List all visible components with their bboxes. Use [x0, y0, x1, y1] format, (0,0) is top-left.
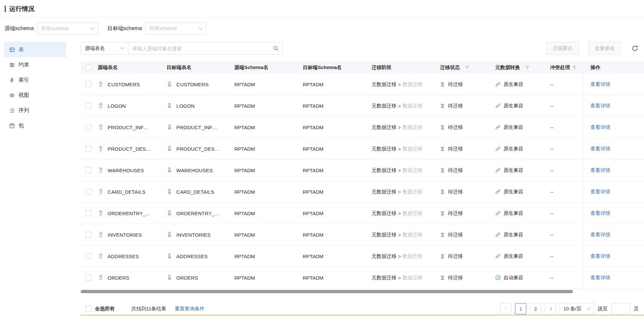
view-details-link[interactable]: 查看详情: [590, 232, 610, 238]
table-icon: [9, 47, 15, 53]
view-details-link[interactable]: 查看详情: [590, 81, 610, 88]
prev-page-button[interactable]: [500, 303, 511, 314]
link-icon: [495, 211, 501, 216]
view-details-link[interactable]: 查看详情: [590, 167, 610, 174]
row-checkbox[interactable]: [86, 167, 92, 173]
row-checkbox[interactable]: [86, 275, 92, 281]
source-table-name: PRODUCT_DES…: [108, 146, 151, 152]
schema-filter-row: 源端schema 所有schema 目标端schema 所有schema: [5, 22, 644, 35]
scrollbar-thumb[interactable]: [81, 290, 573, 293]
page-button-2[interactable]: 2: [530, 303, 541, 314]
batch-edit-button[interactable]: 批量修改: [588, 42, 621, 55]
sidebar-item-constraints[interactable]: 约束: [4, 57, 66, 72]
action-cell: 查看详情: [583, 74, 644, 95]
sidebar-item-tables[interactable]: 表: [4, 42, 66, 57]
chevron-down-icon: [198, 25, 203, 30]
sidebar-item-views[interactable]: 视图: [4, 88, 66, 103]
row-checkbox[interactable]: [86, 189, 92, 195]
metadata-cell: 原生兼容: [495, 103, 550, 109]
status-cell: 待迁移: [440, 253, 495, 259]
col-header-status: 迁移状态: [440, 64, 495, 71]
search-icon[interactable]: [273, 45, 279, 51]
source-schema-select[interactable]: 所有schema: [37, 22, 98, 35]
target-table-name: WAREHOUSES: [177, 168, 213, 173]
row-checkbox[interactable]: [86, 210, 92, 216]
view-details-link[interactable]: 查看详情: [590, 146, 610, 152]
hourglass-icon: [440, 189, 445, 194]
view-details-link[interactable]: 查看详情: [590, 103, 610, 109]
action-cell: 查看详情: [583, 181, 644, 202]
phase-next: 数据迁移: [403, 275, 423, 281]
table-body: ⇧ CUSTOMERS ⇩ CUSTOMERS RPTADM RPTADM 元数…: [81, 74, 644, 289]
phase-next: 数据迁移: [403, 189, 423, 195]
view-details-link[interactable]: 查看详情: [590, 253, 610, 259]
status-cell: 待迁移: [440, 146, 495, 152]
refresh-button[interactable]: [631, 44, 639, 52]
table-row: ⇧ ORDERENTRY_… ⇩ ORDERENTRY_… RPTADM RPT…: [81, 203, 644, 224]
page-button-1[interactable]: 1: [515, 303, 526, 314]
source-table-name: INVENTORIES: [108, 232, 142, 238]
page-size-select[interactable]: 10 条/页: [560, 303, 594, 314]
target-arrow-down-icon: ⇩: [167, 274, 173, 281]
conflict-cell: --: [550, 254, 583, 259]
phase-current: 元数据迁移: [372, 253, 396, 259]
row-checkbox[interactable]: [86, 81, 92, 87]
status-cell: 待迁移: [440, 81, 495, 88]
select-all-checkbox[interactable]: [86, 64, 92, 70]
phase-current: 元数据迁移: [372, 189, 396, 195]
sidebar-item-sequences[interactable]: 序列: [4, 103, 66, 118]
source-arrow-up-icon: ⇧: [98, 210, 104, 217]
link-icon: [495, 254, 501, 259]
phase-next: 数据迁移: [403, 253, 423, 259]
metadata-conversion: 原生兼容: [503, 103, 523, 109]
select-all-footer-checkbox[interactable]: [86, 306, 92, 312]
target-table-name: ADDRESSES: [177, 254, 208, 259]
conflict-cell: --: [550, 125, 583, 130]
metadata-cell: 原生兼容: [495, 124, 550, 131]
metadata-cell: 原生兼容: [495, 146, 550, 152]
row-checkbox[interactable]: [86, 232, 92, 238]
migration-status: 待迁移: [448, 167, 463, 174]
target-schema-cell: RPTADM: [303, 103, 372, 109]
target-schema-select[interactable]: 所有schema: [145, 22, 206, 35]
view-details-link[interactable]: 查看详情: [590, 210, 610, 217]
phase-next: 数据迁移: [403, 81, 423, 88]
refresh-icon: [631, 45, 638, 52]
view-details-link[interactable]: 查看详情: [590, 275, 610, 281]
action-cell: 查看详情: [583, 138, 644, 159]
row-checkbox[interactable]: [86, 103, 92, 109]
sidebar-item-indexes[interactable]: 索引: [4, 72, 66, 88]
sidebar-item-label: 视图: [19, 92, 29, 99]
source-table-name: CUSTOMERS: [108, 82, 140, 87]
source-arrow-up-icon: ⇧: [98, 274, 104, 281]
target-arrow-down-icon: ⇩: [167, 231, 173, 238]
migration-status: 待迁移: [448, 103, 463, 109]
migration-status: 待迁移: [448, 81, 463, 88]
filter-icon[interactable]: [572, 65, 576, 69]
col-header-source-schema: 源端Schema名: [234, 64, 303, 71]
target-table-name: LOGON: [177, 103, 195, 109]
row-checkbox[interactable]: [86, 253, 92, 259]
next-page-button[interactable]: [545, 303, 556, 314]
view-details-link[interactable]: 查看详情: [590, 124, 610, 131]
metadata-conversion: 原生兼容: [503, 189, 523, 195]
filter-icon[interactable]: [525, 65, 529, 69]
view-details-link[interactable]: 查看详情: [590, 189, 610, 195]
row-checkbox[interactable]: [86, 146, 92, 152]
search-type-value: 源端表名: [85, 45, 105, 52]
jump-to-input[interactable]: [611, 303, 630, 314]
sidebar-item-packages[interactable]: 包: [4, 118, 66, 133]
result-count: 共找到11条结果: [131, 306, 166, 312]
page-unit-label: 页: [634, 306, 639, 312]
metadata-cell: 原生兼容: [495, 81, 550, 88]
filter-icon[interactable]: [465, 65, 469, 69]
row-checkbox[interactable]: [86, 124, 92, 130]
target-schema-cell: RPTADM: [303, 232, 372, 238]
migration-retry-button[interactable]: 迁移重试: [546, 42, 579, 55]
search-input[interactable]: [132, 46, 273, 51]
migration-table: 源端表名 目标端表名 源端Schema名 目标端Schema名 迁移阶段 迁移状…: [81, 61, 644, 293]
source-arrow-up-icon: ⇧: [98, 102, 104, 109]
search-type-select[interactable]: 源端表名: [81, 42, 128, 55]
target-table-name: INVENTORIES: [177, 232, 211, 238]
reset-query-link[interactable]: 重置查询条件: [175, 306, 205, 312]
